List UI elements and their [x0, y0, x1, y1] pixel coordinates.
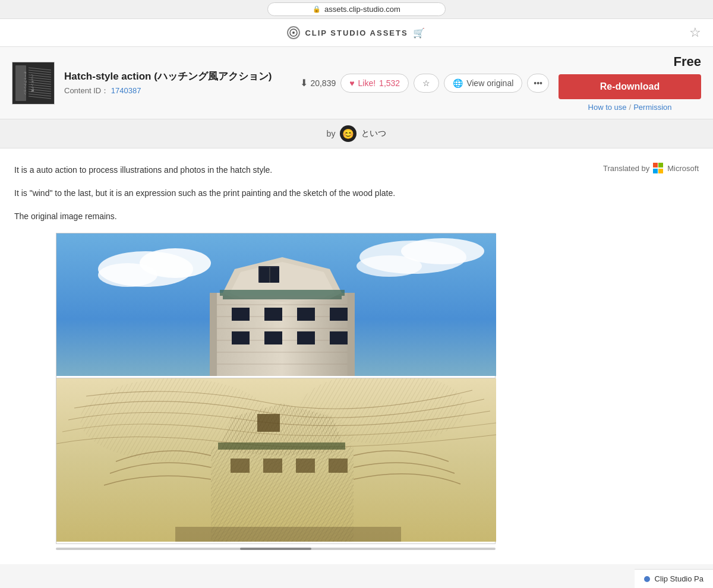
- avatar-emoji: 😊: [342, 128, 354, 140]
- svg-point-25: [356, 255, 422, 277]
- favorite-button[interactable]: ☆: [689, 25, 701, 40]
- svg-rect-43: [297, 308, 315, 321]
- svg-rect-66: [329, 459, 348, 473]
- like-label: Like!: [358, 78, 376, 88]
- svg-rect-64: [263, 459, 282, 473]
- svg-rect-37: [223, 296, 342, 299]
- description-line2: It is "wind" to the last, but it is an e…: [14, 186, 501, 201]
- author-bar: by 😊 といつ: [0, 119, 713, 148]
- like-button[interactable]: ♥ Like! 1,532: [340, 74, 409, 93]
- scroll-indicator[interactable]: [56, 548, 496, 550]
- author-avatar: 😊: [340, 125, 356, 142]
- globe-icon: 🌐: [453, 78, 463, 88]
- microsoft-logo: [653, 163, 664, 173]
- svg-rect-41: [232, 308, 250, 321]
- asset-thumbnail: ハッチング風 オートアクション: [12, 62, 55, 105]
- svg-point-1: [292, 31, 295, 34]
- heart-icon: ♥: [349, 78, 354, 88]
- asset-price-area: Free Re-download How to use / Permission: [559, 54, 701, 112]
- browser-bar: 🔒 assets.clip-studio.com: [0, 0, 713, 19]
- svg-rect-44: [330, 308, 348, 321]
- url-text: assets.clip-studio.com: [324, 5, 400, 14]
- link-separator: /: [629, 103, 632, 112]
- translated-label: Translated by: [603, 164, 649, 173]
- svg-rect-47: [297, 331, 315, 344]
- cart-icon[interactable]: 🛒: [413, 27, 426, 39]
- more-icon: •••: [534, 78, 542, 88]
- logo-text: CLIP STUDIO ASSETS: [305, 29, 408, 37]
- lock-icon: 🔒: [313, 5, 321, 13]
- how-to-use-link[interactable]: How to use: [588, 103, 627, 112]
- asset-meta: Hatch-style action (ハッチング風アクション) Content…: [64, 69, 291, 96]
- site-header: CLIP STUDIO ASSETS 🛒 ☆: [0, 19, 713, 47]
- content-id-link[interactable]: 1740387: [111, 86, 141, 95]
- redownload-button[interactable]: Re-download: [559, 74, 701, 99]
- svg-rect-50: [348, 293, 355, 376]
- header-right-actions: ☆: [689, 25, 701, 40]
- svg-rect-49: [210, 293, 217, 376]
- svg-rect-67: [218, 442, 345, 450]
- more-options-button[interactable]: •••: [527, 74, 549, 93]
- svg-rect-65: [296, 459, 315, 473]
- content-area: Translated by Microsoft It is a auto act…: [0, 148, 713, 564]
- svg-point-22: [98, 263, 157, 287]
- svg-rect-48: [330, 331, 348, 344]
- description-line1: It is a auto action to process illustrat…: [14, 163, 501, 178]
- svg-rect-62: [257, 414, 280, 432]
- svg-rect-46: [264, 331, 282, 344]
- svg-rect-36: [220, 290, 345, 296]
- price-label: Free: [559, 54, 701, 69]
- by-label: by: [327, 129, 336, 138]
- site-logo[interactable]: CLIP STUDIO ASSETS 🛒: [287, 26, 425, 39]
- bookmark-icon: ☆: [422, 78, 430, 88]
- logo-icon: [287, 26, 300, 39]
- preview-image-bottom: [56, 378, 496, 544]
- svg-rect-42: [264, 308, 282, 321]
- bookmark-button[interactable]: ☆: [414, 74, 439, 93]
- ms-provider-label: Microsoft: [667, 164, 699, 173]
- download-icon: ⬇: [300, 77, 308, 88]
- permission-links: How to use / Permission: [559, 103, 701, 112]
- description: It is a auto action to process illustrat…: [14, 163, 501, 225]
- svg-text:オートアクション: オートアクション: [24, 71, 27, 95]
- svg-rect-63: [231, 459, 250, 473]
- permission-link[interactable]: Permission: [633, 103, 671, 112]
- asset-info-bar: ハッチング風 オートアクション Hatch-style action (ハッチン…: [0, 47, 713, 119]
- author-name[interactable]: といつ: [361, 128, 386, 139]
- asset-actions: ⬇ 20,839 ♥ Like! 1,532 ☆ 🌐 View original…: [300, 74, 549, 93]
- svg-rect-45: [232, 331, 250, 344]
- asset-content-id: Content ID： 1740387: [64, 86, 291, 96]
- svg-rect-68: [175, 527, 401, 542]
- preview-image-top: [56, 233, 496, 378]
- translated-by: Translated by Microsoft: [603, 163, 699, 173]
- url-bar[interactable]: 🔒 assets.clip-studio.com: [267, 2, 446, 16]
- like-count: 1,532: [379, 78, 400, 88]
- view-original-button[interactable]: 🌐 View original: [444, 74, 522, 93]
- preview-images-container: [56, 233, 496, 550]
- asset-title: Hatch-style action (ハッチング風アクション): [64, 69, 291, 83]
- download-count: ⬇ 20,839: [300, 77, 336, 88]
- description-line3: The original image remains.: [14, 209, 501, 224]
